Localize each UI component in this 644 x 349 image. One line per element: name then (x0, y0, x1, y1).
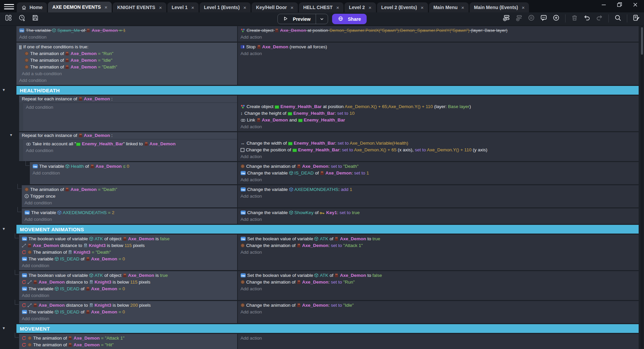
condition-line[interactable]: VarThe variable IS_DEAD of Axe_Demon = 0 (19, 286, 237, 292)
tab-level-2-events[interactable]: Level 2 (Events)× (377, 2, 428, 12)
tab-level-1-events[interactable]: Level 1 (Events)× (200, 2, 251, 12)
tab-knight-events[interactable]: KNIGHT EVENTS× (113, 2, 166, 12)
undo-button[interactable] (583, 14, 591, 23)
tab-close-icon[interactable]: × (336, 5, 339, 10)
tab-close-icon[interactable]: × (461, 5, 464, 10)
tab-close-icon[interactable]: × (159, 5, 162, 10)
condition-line[interactable]: Take into account all "Enemy_Health_Bar"… (23, 141, 237, 147)
tab-close-icon[interactable]: × (522, 5, 525, 10)
add-event-button[interactable] (502, 14, 511, 23)
tab-key-hell-door[interactable]: Key/Hell Door× (252, 2, 298, 12)
add-condition-button[interactable]: Add condition (22, 216, 237, 223)
action-line[interactable]: VarSet the boolean value of variable ATK… (238, 236, 639, 242)
condition-line[interactable]: The animation of Axe_Demon = "Run" (16, 50, 237, 57)
action-line[interactable]: VarChange the variable IS_DEAD of Axe_De… (238, 170, 639, 177)
condition-line[interactable]: VarThe boolean value of variable ATK of … (19, 272, 237, 279)
restore-window-icon[interactable] (616, 1, 623, 8)
add-condition-button[interactable]: Add condition (23, 104, 237, 111)
add-action-button[interactable]: Add action (238, 286, 639, 292)
event-row[interactable]: ||If one of these conditions is true:The… (16, 43, 639, 85)
event-row[interactable]: The animation of Axe_Demon = "Attack 1"T… (19, 334, 639, 349)
add-action-button[interactable]: Add action (238, 153, 639, 160)
add-circle-button[interactable] (552, 14, 560, 23)
tab-close-icon[interactable]: × (369, 5, 372, 10)
add-comment-button[interactable] (539, 14, 548, 23)
condition-line[interactable]: VarThe variable Spawn_Me of Axe_Demon = … (16, 27, 237, 34)
close-window-icon[interactable] (632, 1, 639, 8)
condition-line[interactable]: VarThe variable AXEDEMONDEATHS = 2 (22, 209, 237, 216)
add-action-button[interactable]: Add action (238, 249, 639, 256)
collapse-caret-icon[interactable]: ▾ (10, 133, 12, 137)
scrollbar[interactable] (641, 26, 643, 348)
add-action-button[interactable]: Add action (238, 335, 639, 342)
action-line[interactable]: Change the animation of Axe_Demon: set t… (238, 279, 639, 286)
add-action-button[interactable]: Add action (238, 177, 639, 183)
redo-button[interactable] (595, 14, 604, 23)
condition-line[interactable]: VarThe variable IS_DEAD of Axe_Demon = 0 (19, 309, 237, 315)
tab-close-icon[interactable]: × (244, 5, 247, 10)
condition-line[interactable]: Axe_Demon distance to Knight3 is below 1… (19, 279, 237, 286)
add-condition-button[interactable]: Add condition (22, 200, 237, 206)
collapse-caret-icon[interactable]: ▾ (3, 326, 5, 331)
repeat-event-header[interactable]: Repeat for each instance of Axe_Demon : (19, 132, 237, 139)
action-line[interactable]: VarChange the variable ShowKey of Key1: … (238, 209, 639, 216)
condition-line[interactable]: The animation of Axe_Demon = "Death" (22, 186, 237, 193)
add-condition-button[interactable]: Add condition (16, 77, 237, 84)
condition-line[interactable]: VarThe variable Health of Axe_Demon ≤ 0 (30, 163, 237, 170)
add-condition-button[interactable]: Add condition (16, 34, 237, 41)
scrollbar-thumb[interactable] (641, 27, 643, 55)
save-button[interactable] (31, 14, 40, 23)
add-sub-event-button[interactable] (515, 14, 523, 23)
condition-line[interactable]: The animation of Axe_Demon = "Attack 1" (19, 335, 237, 342)
collapse-caret-icon[interactable]: ▾ (3, 226, 5, 231)
add-action-button[interactable]: Add action (238, 309, 639, 315)
add-a-sub-condition-button[interactable]: Add a sub-condition (16, 70, 237, 77)
add-condition-button[interactable]: Add condition (30, 170, 237, 177)
action-line[interactable]: VarSet the boolean value of variable ATK… (238, 272, 639, 279)
tab-home[interactable]: Home (17, 2, 47, 12)
event-row[interactable]: Axe_Demon distance to Knight3 is below 2… (19, 301, 639, 323)
project-manager-button[interactable] (4, 14, 13, 23)
action-line[interactable]: Change the animation of Axe_Demon: set t… (238, 163, 639, 170)
event-row[interactable]: VarThe variable AXEDEMONDEATHS = 2Add co… (22, 208, 639, 224)
condition-line[interactable]: Axe_Demon distance to Knight3 is below 1… (19, 242, 237, 249)
group-header-movement[interactable]: ▾MOVEMENT (16, 324, 639, 333)
action-line[interactable]: VarChange the variable AXEDEMONDEATHS: a… (238, 186, 639, 193)
event-row[interactable]: VarThe variable Spawn_Me of Axe_Demon = … (16, 26, 639, 42)
edit-sheet-button[interactable] (632, 14, 641, 23)
condition-line[interactable]: 1Trigger once (22, 193, 237, 200)
event-row[interactable]: The animation of Axe_Demon = "Death"1Tri… (22, 185, 639, 207)
add-condition-button[interactable]: Add condition (19, 292, 237, 299)
action-line[interactable]: Change the animation of Axe_Demon: set t… (238, 302, 639, 309)
tab-main-menu-events[interactable]: Main Menu (Events)× (470, 2, 529, 12)
add-condition-button[interactable]: Add condition (19, 262, 237, 269)
add-action-button[interactable]: Add action (238, 216, 639, 223)
action-line[interactable]: Create object Enemy_Health_Bar at positi… (238, 103, 639, 110)
action-line[interactable]: Change the animation of Axe_Demon: set t… (238, 242, 639, 249)
event-row[interactable]: Repeat for each instance of Axe_Demon :A… (19, 96, 639, 131)
condition-line[interactable]: VarThe boolean value of variable ATK of … (19, 236, 237, 242)
action-line[interactable]: Create object Axe_Demon at position Demo… (238, 27, 639, 34)
event-row[interactable]: VarThe boolean value of variable ATK of … (19, 235, 639, 270)
add-action-button[interactable]: Add action (238, 50, 639, 57)
tab-close-icon[interactable]: × (191, 5, 194, 10)
condition-line[interactable]: Axe_Demon distance to Knight3 is below 2… (19, 302, 237, 309)
condition-line[interactable]: The animation of Axe_Demon = "Idle" (16, 57, 237, 64)
action-line[interactable]: Stop Axe_Demon (remove all forces) (238, 44, 639, 50)
add-condition-button[interactable]: Add condition (23, 147, 237, 154)
event-row[interactable]: VarThe variable Health of Axe_Demon ≤ 0A… (30, 162, 639, 184)
add-condition-button[interactable]: Add condition (19, 315, 237, 322)
share-button[interactable]: Share (332, 14, 367, 24)
tab-close-icon[interactable]: × (105, 4, 108, 10)
add-action-button[interactable]: Add action (238, 193, 639, 200)
add-action-button[interactable]: Add action (238, 123, 639, 130)
add-action-button[interactable]: Add action (238, 34, 639, 41)
trash-button[interactable] (570, 14, 579, 23)
action-line[interactable]: Link Axe_Demon and Enemy_Health_Bar (238, 117, 639, 123)
condition-line[interactable]: The animation of Axe_Demon = "Death" (16, 64, 237, 70)
event-row[interactable]: ▾Repeat for each instance of Axe_Demon :… (19, 132, 639, 161)
preview-button[interactable]: Preview (277, 14, 328, 24)
action-line[interactable]: Change the position of Enemy_Health_Bar:… (238, 147, 639, 153)
condition-line[interactable]: The animation of Knight3 = "Death" (19, 249, 237, 256)
condition-line[interactable]: ||If one of these conditions is true: (16, 44, 237, 50)
